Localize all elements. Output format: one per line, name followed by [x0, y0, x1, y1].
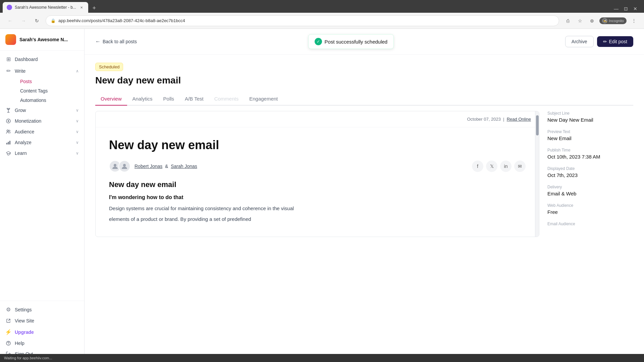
tab-engagement[interactable]: Engagement	[244, 93, 283, 106]
svg-point-1	[7, 130, 9, 132]
tab-close-btn[interactable]: ✕	[79, 5, 84, 10]
chevron-down-monetization-icon: ∨	[76, 119, 79, 123]
email-title: New day new email	[109, 138, 526, 152]
scroll-thumb	[536, 115, 539, 135]
linkedin-share-button[interactable]: in	[500, 161, 512, 172]
email-subtitle: New day new email	[109, 180, 526, 189]
svg-rect-5	[9, 141, 10, 144]
delivery-section: Delivery Email & Web	[547, 185, 633, 196]
sidebar-item-label: Dashboard	[15, 57, 79, 62]
archive-button[interactable]: Archive	[565, 36, 594, 47]
top-actions: Archive ✏ Edit post	[565, 36, 633, 47]
back-to-posts-link[interactable]: ← Back to all posts	[95, 39, 137, 45]
author2-link[interactable]: Sarah Jonas	[171, 164, 197, 169]
profile-icon[interactable]: ⊛	[587, 16, 597, 25]
sidebar-learn-label: Learn	[15, 150, 72, 156]
displayed-date-label: Displayed Date	[547, 166, 633, 171]
sidebar-item-analyze[interactable]: Analyze ∨	[0, 137, 84, 148]
sidebar-item-dashboard[interactable]: ⊞ Dashboard	[0, 53, 84, 65]
chevron-down-grow-icon: ∨	[76, 108, 79, 113]
browser-actions: ⎙ ☆ ⊛ 🕵 Incognito ⋮	[563, 16, 639, 25]
email-audience-label: Email Audience	[547, 222, 633, 226]
email-preview-panel: October 07, 2023 | Read Online New day n…	[95, 111, 539, 237]
overview-content: October 07, 2023 | Read Online New day n…	[95, 106, 633, 242]
email-paragraph-1: Design systems are crucial for maintaini…	[109, 204, 526, 213]
audience-icon	[5, 129, 11, 134]
tab-polls[interactable]: Polls	[158, 93, 180, 106]
sidebar-item-monetization[interactable]: Monetization ∨	[0, 116, 84, 126]
read-online-link[interactable]: Read Online	[507, 117, 531, 122]
author1-link[interactable]: Robert Jonas	[135, 164, 162, 169]
email-date: October 07, 2023	[467, 117, 500, 122]
tab-analytics[interactable]: Analytics	[127, 93, 158, 106]
sidebar: Sarah's Awesome N... ⊞ Dashboard ✏ Write…	[0, 29, 85, 362]
back-link-text: Back to all posts	[103, 39, 137, 44]
edit-pencil-icon: ✏	[603, 39, 607, 44]
upgrade-label: Upgrade	[15, 329, 79, 335]
more-menu-button[interactable]: ⋮	[629, 16, 639, 25]
close-icon[interactable]: ✕	[633, 6, 637, 11]
tab-title: Sarah's Awesome Newsletter - b...	[15, 5, 76, 10]
cast-icon[interactable]: ⎙	[563, 16, 573, 25]
success-toast: ✓ Post successfully scheduled	[308, 34, 394, 49]
preview-text-label: Preview Text	[547, 129, 633, 134]
monetization-icon	[5, 118, 11, 124]
sidebar-item-grow[interactable]: Grow ∨	[0, 105, 84, 116]
main-content: ← Back to all posts ✓ Post successfully …	[85, 29, 644, 362]
bookmark-icon[interactable]: ☆	[575, 16, 585, 25]
refresh-button[interactable]: ↻	[32, 16, 42, 25]
settings-label: Settings	[15, 307, 79, 312]
browser-tab-active[interactable]: Sarah's Awesome Newsletter - b... ✕	[3, 2, 88, 13]
page-top-bar: ← Back to all posts ✓ Post successfully …	[85, 29, 644, 55]
sidebar-item-posts[interactable]: Posts	[15, 77, 84, 86]
author-avatars	[109, 160, 130, 172]
url-text: app.beehiiv.com/posts/478a23a8-2087-424c…	[58, 18, 554, 23]
url-bar[interactable]: 🔒 app.beehiiv.com/posts/478a23a8-2087-42…	[46, 15, 559, 26]
address-bar: ← → ↻ 🔒 app.beehiiv.com/posts/478a23a8-2…	[0, 13, 644, 29]
sidebar-monetization-label: Monetization	[15, 118, 72, 124]
sidebar-item-settings[interactable]: ⚙ Settings	[0, 304, 84, 315]
dashboard-icon: ⊞	[5, 56, 11, 62]
svg-point-9	[114, 164, 116, 167]
sidebar-item-content-tags[interactable]: Content Tags	[15, 86, 84, 96]
chevron-down-analyze-icon: ∨	[76, 140, 79, 145]
sidebar-item-write[interactable]: ✏ Write ∧	[0, 65, 84, 77]
sidebar-item-view-site[interactable]: View Site	[0, 315, 84, 326]
web-audience-value: Free	[547, 209, 633, 215]
preview-text-value: New Email	[547, 135, 633, 141]
brand-name: Sarah's Awesome N...	[19, 37, 68, 42]
edit-post-button[interactable]: ✏ Edit post	[597, 36, 633, 47]
web-audience-section: Web Audience Free	[547, 203, 633, 215]
delivery-label: Delivery	[547, 185, 633, 189]
email-share-button[interactable]: ✉	[514, 161, 526, 172]
sidebar-item-audience[interactable]: Audience ∨	[0, 126, 84, 137]
tab-ab-test[interactable]: A/B Test	[179, 93, 209, 106]
sidebar-item-automations[interactable]: Automations	[15, 96, 84, 105]
email-bold-line: I'm wondering how to do that	[109, 194, 526, 200]
back-nav-button[interactable]: ←	[5, 16, 15, 25]
edit-btn-label: Edit post	[609, 39, 627, 44]
sidebar-item-learn[interactable]: Learn ∨	[0, 148, 84, 159]
tab-overview[interactable]: Overview	[95, 93, 127, 106]
maximize-icon[interactable]: ⊡	[624, 6, 628, 11]
sidebar-item-upgrade[interactable]: ⚡ Upgrade	[0, 326, 84, 338]
incognito-label: Incognito	[609, 19, 624, 23]
help-icon	[5, 341, 11, 346]
twitter-share-button[interactable]: 𝕏	[486, 161, 497, 172]
email-audience-section: Email Audience	[547, 222, 633, 226]
minimize-icon[interactable]: —	[614, 6, 619, 11]
facebook-share-button[interactable]: f	[472, 161, 483, 172]
subject-line-label: Subject Line	[547, 111, 633, 116]
new-tab-button[interactable]: +	[90, 3, 99, 13]
chevron-down-learn-icon: ∨	[76, 151, 79, 156]
sidebar-analyze-label: Analyze	[15, 140, 72, 145]
delivery-value: Email & Web	[547, 191, 633, 196]
author-names: Robert Jonas & Sarah Jonas	[135, 164, 197, 169]
sidebar-item-help[interactable]: Help	[0, 338, 84, 349]
window-controls: — ⊡ ✕	[614, 6, 641, 13]
help-label: Help	[15, 341, 79, 346]
write-submenu: Posts Content Tags Automations	[0, 77, 84, 105]
forward-nav-button[interactable]: →	[19, 16, 28, 25]
tab-comments: Comments	[209, 93, 244, 106]
scroll-track[interactable]	[535, 111, 539, 237]
